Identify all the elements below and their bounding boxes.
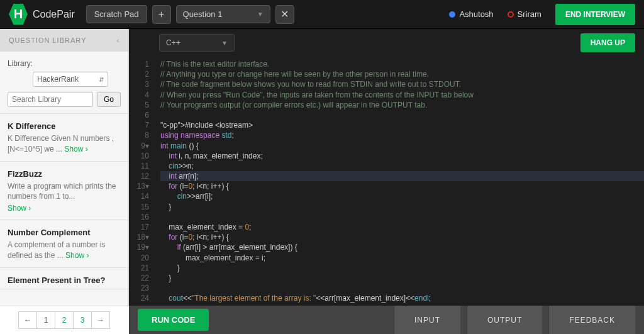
question-library-sidebar: QUESTION LIBRARY ‹ Library: HackerRank ⇵… <box>0 29 129 306</box>
search-input[interactable] <box>8 92 93 107</box>
library-item-title: FizzBuzz <box>8 169 121 179</box>
input-tab-button[interactable]: INPUT <box>394 306 460 334</box>
presence-dot-icon <box>508 11 514 18</box>
language-select[interactable]: C++ ▼ <box>159 34 235 52</box>
user-indicator-sriram: Sriram <box>508 9 541 19</box>
close-question-button[interactable]: ✕ <box>275 5 294 24</box>
language-select-value: C++ <box>166 38 180 47</box>
run-code-button[interactable]: RUN CODE <box>138 309 209 331</box>
library-pagination: ← 1 2 3 → <box>0 306 129 334</box>
user-indicator-ashutosh: Ashutosh <box>449 9 493 19</box>
updown-icon: ⇵ <box>99 76 104 83</box>
presence-dot-icon <box>449 11 455 18</box>
library-item[interactable]: FizzBuzz Write a program which prints th… <box>0 162 128 221</box>
library-search-row: Go <box>0 92 128 113</box>
top-bar: H CodePair Scratch Pad + Question 1 ▼ ✕ … <box>0 0 644 29</box>
scratch-pad-button[interactable]: Scratch Pad <box>86 5 147 23</box>
page-3-button[interactable]: 3 <box>73 311 92 329</box>
feedback-tab-button[interactable]: FEEDBACK <box>548 306 635 334</box>
library-select-value: HackerRank <box>37 75 79 84</box>
add-question-button[interactable]: + <box>152 5 171 24</box>
hang-up-button[interactable]: HANG UP <box>580 33 635 52</box>
page-2-button[interactable]: 2 <box>55 311 74 329</box>
user-name: Sriram <box>518 9 541 19</box>
brand-title: CodePair <box>33 9 75 20</box>
line-gutter: 123456789▾10111213▾1415161718▾19▾2021222… <box>129 57 155 306</box>
show-link[interactable]: Show › <box>8 204 31 213</box>
library-filter: Library: HackerRank ⇵ <box>0 52 128 92</box>
editor-toolbar: C++ ▼ HANG UP <box>129 29 644 57</box>
library-item-desc: K Difference Given N numbers , [N<=10^5]… <box>8 133 121 155</box>
go-button[interactable]: Go <box>97 92 121 107</box>
page-1-button[interactable]: 1 <box>36 311 55 329</box>
show-link[interactable]: Show › <box>65 251 89 260</box>
library-item[interactable]: Element Present in Tree? <box>0 268 128 289</box>
question-select-label: Question 1 <box>183 9 223 19</box>
user-name: Ashutosh <box>459 9 493 19</box>
page-next-button[interactable]: → <box>91 311 110 329</box>
library-header: QUESTION LIBRARY ‹ <box>0 29 128 52</box>
main-area: QUESTION LIBRARY ‹ Library: HackerRank ⇵… <box>0 29 644 306</box>
library-title: QUESTION LIBRARY <box>9 36 86 44</box>
chevron-down-icon: ▼ <box>257 11 264 18</box>
library-item-desc: Write a program which prints the numbers… <box>8 181 121 203</box>
library-item-title: Element Present in Tree? <box>8 276 121 285</box>
code-editor[interactable]: 123456789▾10111213▾1415161718▾19▾2021222… <box>129 57 644 306</box>
library-item-title: Number Complement <box>8 228 121 237</box>
library-select[interactable]: HackerRank ⇵ <box>33 72 108 87</box>
library-item[interactable]: Number Complement A complement of a numb… <box>0 220 128 268</box>
library-items: K Difference K Difference Given N number… <box>0 113 128 306</box>
chevron-down-icon: ▼ <box>221 40 228 47</box>
question-select[interactable]: Question 1 ▼ <box>176 5 270 23</box>
collapse-icon[interactable]: ‹ <box>117 37 119 44</box>
editor-area: C++ ▼ HANG UP 123456789▾10111213▾1415161… <box>129 29 644 306</box>
library-label: Library: <box>8 59 121 68</box>
library-item[interactable]: K Difference K Difference Given N number… <box>0 114 128 162</box>
library-item-desc: A complement of a number is defined as t… <box>8 240 121 261</box>
code-body[interactable]: // This is the text editor interface.// … <box>155 57 644 306</box>
show-link[interactable]: Show › <box>64 145 87 153</box>
library-item-title: K Difference <box>8 121 121 131</box>
output-tab-button[interactable]: OUTPUT <box>467 306 542 334</box>
page-prev-button[interactable]: ← <box>18 311 37 329</box>
end-interview-button[interactable]: END INTERVIEW <box>555 4 635 25</box>
logo-icon: H <box>9 4 28 25</box>
